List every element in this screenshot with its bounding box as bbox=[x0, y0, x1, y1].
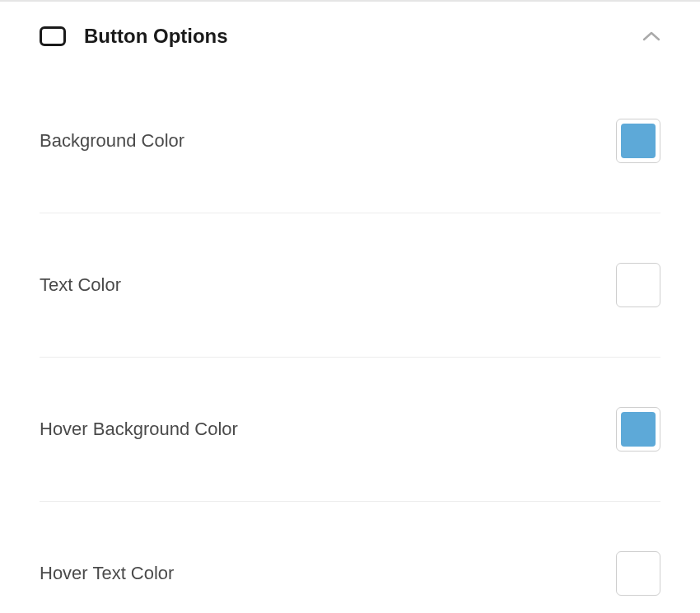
section-title: Button Options bbox=[84, 25, 228, 48]
swatch-fill bbox=[621, 124, 656, 158]
option-label: Text Color bbox=[40, 274, 121, 296]
option-row-background-color: Background Color bbox=[40, 69, 660, 213]
option-label: Background Color bbox=[40, 130, 184, 152]
option-label: Hover Background Color bbox=[40, 419, 238, 440]
color-swatch-background-color[interactable] bbox=[616, 119, 660, 163]
color-swatch-hover-background-color[interactable] bbox=[616, 407, 660, 452]
swatch-fill bbox=[621, 412, 656, 447]
button-icon bbox=[40, 26, 66, 46]
color-swatch-hover-text-color[interactable] bbox=[616, 551, 660, 596]
option-row-hover-background-color: Hover Background Color bbox=[40, 358, 660, 502]
option-row-text-color: Text Color bbox=[40, 213, 660, 358]
option-row-hover-text-color: Hover Text Color bbox=[40, 502, 660, 613]
chevron-up-icon[interactable] bbox=[642, 30, 660, 42]
option-label: Hover Text Color bbox=[40, 563, 174, 584]
color-swatch-text-color[interactable] bbox=[616, 263, 660, 307]
section-header[interactable]: Button Options bbox=[40, 2, 660, 69]
